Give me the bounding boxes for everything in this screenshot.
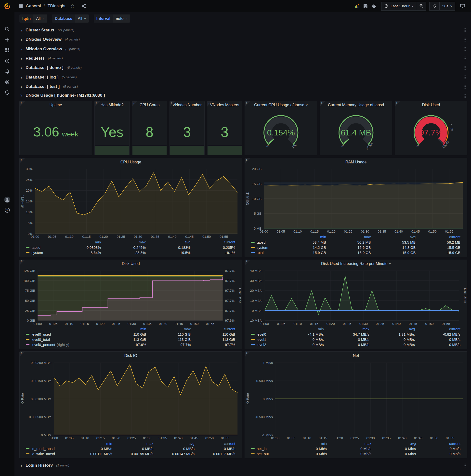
panel-title[interactable]: Net — [245, 352, 467, 359]
row-cluster-status[interactable]: ›Cluster Status(21 panels) — [19, 26, 467, 34]
variable-fqdn[interactable]: fqdn All∨ — [19, 15, 47, 22]
star-icon[interactable]: ☆ — [68, 2, 77, 10]
legend-header-current[interactable]: current — [415, 327, 460, 332]
row-drag-handle[interactable] — [463, 85, 466, 89]
refresh-button[interactable] — [429, 2, 440, 11]
legend-header-current[interactable]: current — [416, 235, 460, 240]
legend-header-avg[interactable]: avg — [371, 441, 416, 446]
info-icon[interactable]: i — [245, 260, 250, 265]
variable-value-dropdown[interactable]: All∨ — [75, 15, 89, 22]
legend-series-level2[interactable]: level2 — [251, 342, 278, 347]
chart-plot[interactable]: 01:0001:0501:1001:1501:2001:2501:3001:35… — [245, 268, 467, 327]
refresh-interval-picker[interactable]: 30s ∨ — [439, 2, 455, 11]
info-icon[interactable]: i — [245, 101, 250, 106]
legend-header-avg[interactable]: avg — [371, 235, 416, 240]
user-avatar[interactable] — [0, 194, 15, 205]
legend-header-current[interactable]: current — [195, 441, 235, 446]
panel-title[interactable]: Disk IO — [20, 352, 242, 359]
panel-title[interactable]: Disk Used Increasing Rate per Minute∨ — [245, 260, 467, 268]
panel-title[interactable]: Disk Used — [20, 260, 242, 268]
breadcrumb-title[interactable]: TDinsight — [48, 3, 66, 9]
legend-header-min[interactable]: min — [278, 327, 324, 332]
legend-series-io_write_taosd[interactable]: io_write_taosd — [26, 451, 72, 457]
legend-series-level0_total[interactable]: level0_total — [26, 337, 102, 342]
legend-header-min[interactable]: min — [281, 235, 326, 240]
sidebar-item-create[interactable] — [0, 34, 15, 45]
legend-header-max[interactable]: max — [324, 327, 370, 332]
legend-header-min[interactable]: min — [282, 441, 327, 446]
zoom-out-button[interactable] — [416, 2, 426, 11]
row-drag-handle[interactable] — [463, 56, 466, 61]
panel-title[interactable]: Uptime — [20, 101, 92, 109]
row-drag-handle[interactable] — [463, 47, 466, 51]
row-login-history[interactable]: ›Login History(1 panel) — [19, 461, 467, 470]
info-icon[interactable]: i — [170, 101, 175, 106]
legend-series-net_out[interactable]: net_out — [251, 451, 282, 457]
sidebar-item-server-admin[interactable] — [0, 87, 15, 98]
row-drag-handle[interactable] — [463, 37, 466, 42]
add-panel-button[interactable] — [353, 2, 361, 10]
legend-series-level0_percent[interactable]: level0_percent(right-y) — [26, 342, 102, 347]
row-mnodes-overview[interactable]: ›MNodes Overview(2 panels) — [19, 44, 467, 53]
legend-header-avg[interactable]: avg — [146, 240, 191, 245]
variable-value-dropdown[interactable]: auto∨ — [113, 15, 130, 22]
row-drag-handle[interactable] — [463, 94, 466, 99]
info-icon[interactable]: i — [95, 101, 100, 106]
legend-series-level1[interactable]: level1 — [251, 337, 278, 342]
row-drag-handle[interactable] — [463, 28, 466, 33]
row-dnode-usage[interactable]: ∨DNode Usage [ huolinhe-TM1701:6030 ] — [19, 92, 467, 99]
time-range-picker[interactable]: Last 1 hour ∨ — [381, 2, 416, 11]
legend-series-io_read_taosd[interactable]: io_read_taosd — [26, 446, 72, 451]
chart-plot[interactable]: 01:0001:0501:1001:1501:2001:2501:3001:35… — [20, 268, 242, 327]
save-dashboard-button[interactable] — [361, 2, 370, 10]
row-database-demo[interactable]: ›Database: [ demo ](5 panels) — [19, 63, 467, 72]
legend-header-min[interactable]: min — [56, 240, 101, 245]
info-icon[interactable]: i — [20, 101, 25, 106]
chart-plot[interactable]: 01:0001:0501:1001:1501:2001:2501:3001:35… — [245, 166, 467, 235]
variable-database[interactable]: Database All∨ — [52, 15, 89, 22]
panel-title[interactable]: Disk Used — [395, 101, 467, 109]
legend-header-current[interactable]: current — [190, 240, 235, 245]
legend-header-min[interactable]: min — [72, 441, 112, 446]
sidebar-item-dashboards[interactable] — [0, 45, 15, 55]
breadcrumb-section[interactable]: General — [26, 3, 41, 9]
info-icon[interactable]: i — [395, 101, 400, 106]
info-icon[interactable]: i — [320, 101, 325, 106]
legend-header-min[interactable]: min — [101, 327, 146, 332]
row-drag-handle[interactable] — [463, 66, 466, 70]
sidebar-item-search[interactable] — [0, 24, 15, 34]
chart-plot[interactable]: 01:0001:0501:1001:1501:2001:2501:3001:35… — [20, 360, 242, 441]
panel-title[interactable]: Current Memory Usage of taosd — [320, 101, 392, 109]
legend-series-system[interactable]: system — [251, 245, 281, 250]
info-icon[interactable]: i — [207, 101, 213, 106]
legend-header-max[interactable]: max — [101, 240, 146, 245]
legend-series-total[interactable]: total — [251, 250, 281, 255]
sidebar-item-configuration[interactable] — [0, 77, 15, 87]
info-icon[interactable]: i — [20, 260, 25, 265]
info-icon[interactable]: i — [245, 352, 250, 357]
variable-value-dropdown[interactable]: All∨ — [33, 15, 47, 22]
variable-interval[interactable]: Interval auto∨ — [94, 15, 130, 22]
panel-title[interactable]: Current CPU Usage of taosd∨ — [245, 101, 317, 109]
row-requests[interactable]: ›Requests(4 panels) — [19, 54, 467, 63]
legend-header-avg[interactable]: avg — [369, 327, 415, 332]
chart-plot[interactable]: 01:0001:0501:1001:1501:2001:2501:3001:35… — [20, 166, 242, 240]
legend-header-max[interactable]: max — [326, 235, 371, 240]
info-icon[interactable]: i — [20, 158, 25, 163]
help-button[interactable]: ? — [0, 205, 15, 215]
row-database-test[interactable]: ›Database: [ test ](5 panels) — [19, 82, 467, 91]
info-icon[interactable]: i — [132, 101, 138, 106]
legend-header-current[interactable]: current — [191, 327, 235, 332]
grafana-logo[interactable] — [0, 0, 15, 13]
legend-header-current[interactable]: current — [416, 441, 460, 446]
legend-series-taosd[interactable]: taosd — [251, 240, 281, 245]
info-icon[interactable]: i — [245, 158, 250, 163]
legend-header-avg[interactable]: avg — [153, 441, 195, 446]
info-icon[interactable]: i — [20, 352, 25, 357]
dashboard-settings-button[interactable] — [370, 2, 378, 10]
legend-header-max[interactable]: max — [112, 441, 153, 446]
sidebar-item-explore[interactable] — [0, 55, 15, 66]
panel-title[interactable]: RAM Usage — [245, 158, 467, 166]
row-database-log[interactable]: ›Database: [ log ](5 panels) — [19, 73, 467, 82]
legend-series-level0_used[interactable]: level0_used — [26, 332, 102, 337]
